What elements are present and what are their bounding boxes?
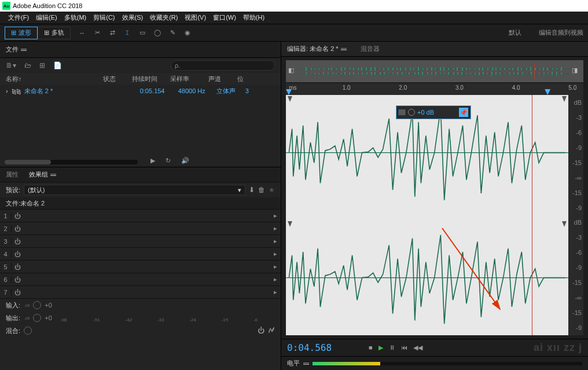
menu-view[interactable]: 视图(V) xyxy=(181,13,210,22)
pause-button[interactable]: ⏸ xyxy=(389,344,395,351)
panel-menu-icon[interactable] xyxy=(21,49,27,51)
record-icon[interactable]: ⊞ xyxy=(39,61,45,69)
chevron-right-icon[interactable]: ▸ xyxy=(274,276,277,283)
mix-knob[interactable] xyxy=(24,327,32,335)
power-icon[interactable]: ⏻ xyxy=(12,289,23,296)
timecode-display[interactable]: 0:04.568 xyxy=(287,342,332,353)
panel-menu-icon[interactable] xyxy=(50,174,56,176)
save-preset-icon[interactable]: ⬇ xyxy=(249,186,255,194)
tool-spot[interactable]: ◉ xyxy=(183,28,192,38)
open-file-icon[interactable]: 🗁 xyxy=(24,61,31,69)
search-input[interactable]: ρ. xyxy=(171,60,275,71)
waveform-icon: ⧎⧎ xyxy=(12,88,21,94)
tab-properties[interactable]: 属性 xyxy=(6,170,19,179)
tool-slip[interactable]: ⇄ xyxy=(108,28,117,38)
chevron-right-icon[interactable]: ▸ xyxy=(274,225,277,232)
waveform-display[interactable]: +0 dB 📌 xyxy=(286,95,568,335)
ov-zoom-icon[interactable]: ◧ xyxy=(288,67,297,76)
workspace-edit-av[interactable]: 编辑音频到视频 xyxy=(539,28,583,37)
tool-time-select[interactable]: 𝙸 xyxy=(123,28,132,38)
preset-select[interactable]: (默认)▾ xyxy=(24,185,245,195)
playhead-marker[interactable] xyxy=(545,89,550,95)
power-icon[interactable]: ⏻ xyxy=(258,327,264,335)
fx-slot[interactable]: 1⏻▸ xyxy=(0,209,281,222)
file-row[interactable]: › ⧎⧎ 未命名 2 * 0:05.154 48000 Hz 立体声 3 xyxy=(0,85,281,97)
power-icon[interactable]: ⏻ xyxy=(12,251,23,258)
play-icon[interactable]: ▶ xyxy=(150,157,155,164)
menubar: 文件(F) 编辑(E) 多轨(M) 剪辑(C) 效果(S) 收藏夹(R) 视图(… xyxy=(0,12,588,24)
db-scale-right: dB -3 -6 -9 -15 -∞ -15 -9 dB -3 -6 -9 -1… xyxy=(568,95,583,335)
volume-hud[interactable]: +0 dB 📌 xyxy=(396,105,471,119)
chevron-right-icon[interactable]: ▸ xyxy=(274,263,277,270)
chevron-right-icon[interactable]: ▸ xyxy=(274,288,277,296)
input-meter xyxy=(61,300,275,310)
tool-brush[interactable]: ✎ xyxy=(168,28,177,38)
tool-razor[interactable]: ✂ xyxy=(93,28,102,38)
insert-icon[interactable]: 📄 xyxy=(53,61,62,69)
mix-row: 混合: ⏻ 🗲 xyxy=(0,324,281,337)
fx-slot[interactable]: 3⏻▸ xyxy=(0,235,281,247)
menu-effects[interactable]: 效果(S) xyxy=(119,13,147,22)
fx-slot[interactable]: 6⏻▸ xyxy=(0,273,281,285)
input-row: 输入:.ııll +0 xyxy=(0,299,281,312)
favorite-icon[interactable]: ★ xyxy=(269,186,275,194)
menu-multitrack[interactable]: 多轨(M) xyxy=(61,13,90,22)
h-scrollbar[interactable] xyxy=(5,160,138,164)
panel-menu-icon[interactable] xyxy=(341,48,347,50)
output-knob[interactable] xyxy=(33,314,41,322)
tab-effects-rack[interactable]: 效果组 xyxy=(29,170,56,179)
fx-slot[interactable]: 7⏻▸ xyxy=(0,285,281,298)
fx-slot[interactable]: 5⏻▸ xyxy=(0,260,281,273)
mode-waveform[interactable]: ⊞ 波形 xyxy=(5,27,38,39)
hud-pin-icon[interactable]: 📌 xyxy=(459,108,468,117)
loop-icon[interactable]: ↻ xyxy=(166,157,171,164)
rew-button[interactable]: ◀◀ xyxy=(413,344,422,351)
ov-freq-icon[interactable]: ◨ xyxy=(572,67,581,76)
mixer-tab[interactable]: 混音器 xyxy=(361,45,380,53)
tool-move[interactable]: ↔ xyxy=(78,28,87,38)
tool-lasso[interactable]: ◯ xyxy=(153,28,162,38)
play-button[interactable]: ▶ xyxy=(378,344,383,351)
tool-marquee[interactable]: ▭ xyxy=(138,28,147,38)
auto-icon[interactable]: 🔊 xyxy=(181,157,189,164)
files-panel-tab[interactable]: 文件 xyxy=(6,45,27,54)
fx-slot[interactable]: 4⏻▸ xyxy=(0,247,281,260)
new-file-icon[interactable]: 🗎▾ xyxy=(6,61,16,69)
chevron-down-icon: ▾ xyxy=(238,186,241,194)
menu-clip[interactable]: 剪辑(C) xyxy=(90,13,118,22)
power-icon[interactable]: ⏻ xyxy=(12,263,23,270)
power-icon[interactable]: ⏻ xyxy=(12,225,23,232)
chevron-right-icon[interactable]: ▸ xyxy=(274,212,277,219)
output-meter: dB -51 -42 -33 -24 -15 -6 xyxy=(61,313,275,323)
chevron-right-icon[interactable]: ▸ xyxy=(274,237,277,245)
workspace-default[interactable]: 默认 xyxy=(509,28,521,37)
titlebar: Au Adobe Audition CC 2018 xyxy=(0,0,588,12)
apply-icon[interactable]: 🗲 xyxy=(268,327,275,335)
overview-nav[interactable]: ◧ ◨ xyxy=(286,60,583,82)
in-marker[interactable] xyxy=(286,89,292,95)
menu-file[interactable]: 文件(F) xyxy=(5,13,32,22)
watermark: ai xıı zz j xyxy=(534,342,582,354)
mode-multitrack[interactable]: ⊞ 多轨 xyxy=(38,27,71,39)
power-icon[interactable]: ⏻ xyxy=(12,276,23,283)
panel-menu-icon[interactable] xyxy=(303,362,309,365)
level-label: 电平 xyxy=(287,359,300,368)
time-ruler[interactable]: ms 1.0 2.0 3.0 4.0 5.0 xyxy=(286,83,583,95)
menu-window[interactable]: 窗口(W) xyxy=(210,13,240,22)
menu-favorites[interactable]: 收藏夹(R) xyxy=(146,13,181,22)
fx-slot[interactable]: 2⏻▸ xyxy=(0,222,281,235)
expand-icon[interactable]: › xyxy=(6,87,8,94)
chevron-right-icon[interactable]: ▸ xyxy=(274,250,277,258)
editor-tab[interactable]: 编辑器: 未命名 2 * xyxy=(287,45,347,53)
stop-button[interactable]: ■ xyxy=(369,344,373,351)
prev-button[interactable]: ⏮ xyxy=(401,344,407,351)
power-icon[interactable]: ⏻ xyxy=(12,213,23,219)
hud-knob[interactable] xyxy=(408,109,415,116)
delete-preset-icon[interactable]: 🗑 xyxy=(258,186,265,194)
playhead[interactable] xyxy=(532,95,532,335)
power-icon[interactable]: ⏻ xyxy=(12,238,23,245)
input-knob[interactable] xyxy=(33,301,41,309)
menu-help[interactable]: 帮助(H) xyxy=(240,13,268,22)
menu-edit[interactable]: 编辑(E) xyxy=(32,13,61,22)
level-meter xyxy=(313,362,582,365)
